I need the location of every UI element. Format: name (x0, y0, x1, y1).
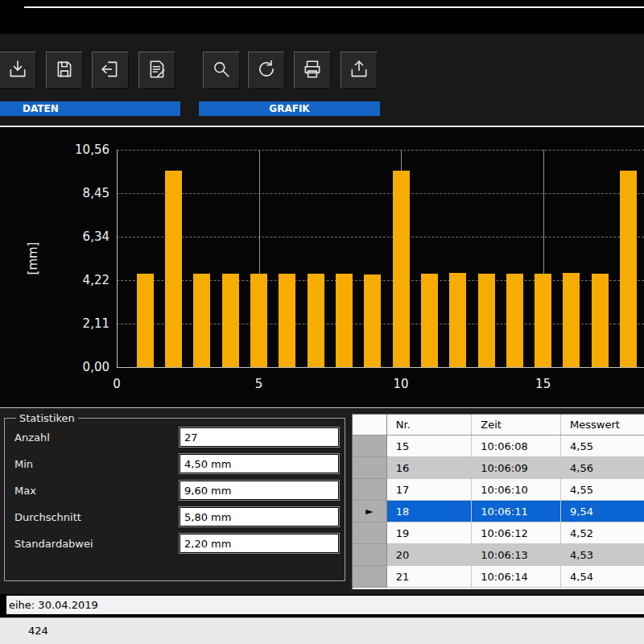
chart-bar (563, 273, 580, 367)
toolbar-divider (0, 126, 644, 127)
cell-messwert[interactable]: 4,53 (561, 544, 644, 566)
import-button[interactable] (0, 52, 36, 89)
cell-messwert[interactable]: 4,52 (561, 522, 644, 544)
chart-bar (535, 274, 551, 367)
column-header-zeit: Zeit (472, 415, 561, 436)
zoom-icon (211, 59, 232, 82)
row-selector-cell[interactable] (353, 522, 387, 544)
cell-nr[interactable]: 18 (387, 501, 473, 522)
chart-bar (506, 274, 523, 367)
save-button[interactable] (46, 52, 83, 89)
row-selector-cell[interactable] (353, 436, 387, 457)
top-divider (24, 6, 644, 8)
grafik-group-label: GRAFIK (199, 101, 380, 116)
chart-bar (336, 274, 353, 367)
cell-nr[interactable]: 20 (387, 544, 473, 566)
cell-messwert[interactable]: 9,54 (561, 501, 644, 522)
cell-nr[interactable]: 15 (387, 436, 473, 457)
zoom-button[interactable] (203, 52, 240, 89)
cell-zeit[interactable]: 10:06:12 (472, 522, 561, 544)
cell-messwert[interactable]: 4,54 (561, 566, 644, 588)
print-icon (302, 59, 323, 82)
table-row[interactable]: 1610:06:094,56 (353, 457, 644, 479)
table-row[interactable]: 1910:06:124,52 (353, 522, 644, 544)
cell-nr[interactable]: 19 (387, 522, 473, 544)
cell-zeit[interactable]: 10:06:09 (472, 457, 561, 479)
y-tick-label: 2,11 (66, 316, 109, 331)
cell-zeit[interactable]: 10:06:08 (472, 436, 561, 457)
report-button[interactable] (138, 52, 175, 89)
chart-bar (620, 171, 637, 367)
stat-field: Durchschnitt (14, 507, 345, 526)
cell-nr[interactable]: 17 (387, 479, 473, 501)
x-tick-label: 10 (389, 377, 413, 391)
chart-bar (364, 275, 381, 367)
x-tick-label: 5 (247, 377, 271, 391)
cell-messwert[interactable]: 4,55 (561, 436, 644, 457)
toolbar: DATEN GRAFIK (0, 34, 644, 126)
save-icon (54, 59, 75, 82)
daten-group-label: DATEN (0, 101, 180, 116)
cell-zeit[interactable]: 10:06:11 (472, 501, 561, 522)
cell-zeit[interactable]: 10:06:13 (472, 544, 561, 566)
chart-bar (449, 273, 466, 367)
cell-nr[interactable]: 21 (387, 566, 473, 588)
chart-bar (193, 274, 210, 367)
export-icon (349, 59, 369, 82)
cell-zeit[interactable]: 10:06:14 (472, 566, 561, 588)
stat-label: Min (14, 458, 180, 470)
export-button[interactable] (341, 52, 378, 89)
row-selector-cell[interactable] (353, 544, 387, 566)
stat-input-durchschnitt[interactable] (180, 507, 339, 526)
stat-label: Max (14, 485, 180, 497)
row-selector-cell[interactable]: ► (353, 501, 387, 522)
cell-messwert[interactable]: 4,55 (561, 479, 644, 501)
stat-input-min[interactable] (180, 454, 339, 473)
stat-input-anzahl[interactable] (180, 427, 339, 447)
selected-row-arrow: ► (365, 506, 373, 516)
status-bar: eihe: 30.04.2019 (6, 596, 644, 614)
cell-zeit[interactable]: 10:06:10 (472, 479, 561, 501)
y-tick-label: 10,56 (66, 142, 109, 157)
table-row[interactable]: ►1810:06:119,54 (353, 501, 644, 522)
refresh-button[interactable] (248, 52, 285, 89)
stat-label: Anzahl (14, 431, 180, 444)
stat-input-standardabwei[interactable] (180, 534, 339, 553)
exit-icon (100, 59, 121, 82)
row-selector-cell[interactable] (353, 479, 387, 501)
chart-bar (222, 274, 239, 367)
stat-label: Durchschnitt (14, 511, 180, 523)
stat-field: Min (14, 454, 345, 473)
table-row[interactable]: 1710:06:104,55 (353, 479, 644, 501)
x-tick-label: 15 (531, 377, 555, 391)
chart-bar (165, 171, 182, 367)
x-tick-label: 0 (105, 377, 129, 391)
import-icon (7, 59, 28, 82)
print-button[interactable] (294, 52, 331, 89)
chart-gridline-h (117, 237, 644, 237)
chart-gridline-h (117, 193, 644, 194)
measurement-chart: [mm] 0,002,114,226,348,4510,56051015 (0, 129, 644, 407)
cell-nr[interactable]: 16 (387, 457, 473, 479)
bottom-status-text: 424 (28, 625, 48, 637)
column-header-mess: Messwert (561, 415, 644, 436)
column-header-nr: Nr. (387, 415, 473, 436)
stat-label: Standardabwei (14, 538, 180, 550)
chart-bar (250, 274, 267, 367)
chart-x-axis (117, 367, 644, 368)
report-icon (147, 59, 167, 82)
table-row[interactable]: 1510:06:084,55 (353, 436, 644, 457)
y-tick-label: 0,00 (66, 360, 109, 374)
exit-button[interactable] (92, 52, 129, 89)
chart-bar (478, 274, 495, 367)
chart-bar (279, 274, 295, 367)
chart-bar (592, 274, 609, 367)
cell-messwert[interactable]: 4,56 (561, 457, 644, 479)
row-selector-cell[interactable] (353, 566, 387, 588)
row-selector-cell[interactable] (353, 457, 387, 479)
chart-bar (393, 171, 410, 367)
table-row[interactable]: 2010:06:134,53 (353, 544, 644, 566)
statistics-fields: AnzahlMinMaxDurchschnittStandardabwei (14, 427, 345, 553)
stat-input-max[interactable] (180, 481, 339, 500)
table-row[interactable]: 2110:06:144,54 (353, 566, 644, 588)
